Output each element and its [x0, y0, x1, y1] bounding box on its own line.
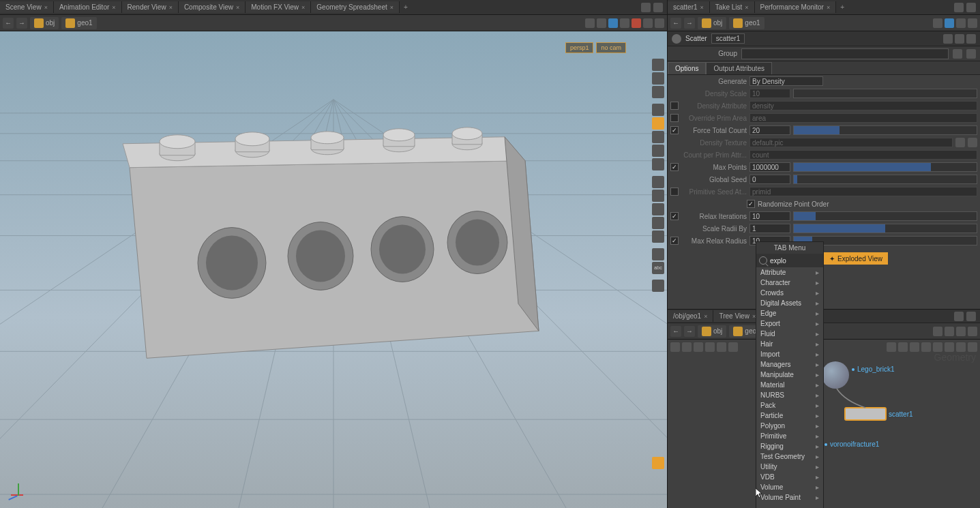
layout-icon[interactable]	[717, 342, 726, 352]
link-icon[interactable]	[933, 342, 942, 352]
plus-icon[interactable]	[887, 342, 896, 352]
fit-icon[interactable]	[968, 342, 977, 352]
drop-icon[interactable]	[921, 342, 931, 352]
tab-menu-item[interactable]: NURBS▸	[756, 390, 823, 400]
pin-icon[interactable]	[933, 18, 942, 28]
cog-icon[interactable]	[652, 280, 664, 292]
menu-icon[interactable]	[966, 312, 976, 321]
close-icon[interactable]: ×	[44, 4, 48, 11]
force-total-input[interactable]: 20	[749, 125, 790, 135]
split-icon[interactable]	[954, 3, 964, 12]
tab-performance-monitor[interactable]: Performance Monitor×	[755, 1, 837, 13]
tab-menu-search[interactable]: explo	[756, 254, 823, 267]
tab-menu-item[interactable]: Character▸	[756, 278, 823, 288]
back-icon[interactable]: ←	[3, 18, 14, 29]
camera-badge[interactable]: persp1	[565, 42, 594, 53]
light-icon[interactable]	[652, 72, 664, 85]
dropdown-icon[interactable]	[655, 18, 664, 28]
add-tab-icon[interactable]: +	[400, 1, 412, 13]
nocam-badge[interactable]: no cam	[596, 42, 626, 53]
grid-icon[interactable]	[652, 248, 664, 260]
override-prim-checkbox[interactable]	[670, 114, 679, 122]
record-icon[interactable]	[632, 18, 641, 28]
randomize-checkbox[interactable]	[747, 200, 755, 208]
path-node[interactable]: geo1	[729, 17, 764, 29]
split-icon[interactable]	[641, 3, 651, 12]
forward-icon[interactable]: →	[16, 18, 27, 29]
material-icon[interactable]	[652, 158, 664, 170]
tab-menu-item[interactable]: Digital Assets▸	[756, 298, 823, 308]
pin-icon[interactable]	[597, 18, 606, 28]
tab-menu-item[interactable]: Particle▸	[756, 410, 823, 421]
node-voronoi[interactable]: voronoifracture1	[825, 440, 879, 448]
more-icon[interactable]	[643, 18, 653, 28]
tab-menu-item[interactable]: VDB▸	[756, 472, 823, 482]
menu-icon[interactable]	[653, 3, 663, 12]
generate-dropdown[interactable]: By Density	[749, 76, 823, 86]
minus-icon[interactable]	[898, 342, 908, 352]
list-icon[interactable]	[670, 342, 680, 352]
path-root[interactable]: obj	[698, 325, 726, 338]
prim-seed-checkbox[interactable]	[670, 188, 679, 196]
pin2-icon[interactable]	[966, 34, 976, 44]
param-tab-options[interactable]: Options	[668, 62, 706, 74]
close-icon[interactable]: ×	[827, 4, 830, 11]
tab-scene-view[interactable]: Scene View×	[0, 1, 54, 13]
snap-icon[interactable]	[652, 176, 664, 188]
density-attr-checkbox[interactable]	[670, 102, 679, 110]
tab-menu-item[interactable]: Rigging▸	[756, 441, 823, 451]
gear-icon[interactable]	[943, 34, 953, 44]
back-icon[interactable]: ←	[670, 18, 681, 29]
move-icon[interactable]	[652, 203, 664, 215]
tab-animation-editor[interactable]: Animation Editor×	[54, 1, 122, 13]
flag-icon[interactable]	[585, 18, 595, 28]
tab-geometry-spreadsheet[interactable]: Geometry Spreadsheet×	[311, 1, 400, 13]
close-icon[interactable]: ×	[390, 4, 394, 11]
max-points-slider[interactable]	[793, 162, 977, 172]
abc-icon[interactable]: abc	[652, 262, 664, 274]
help-icon[interactable]	[956, 18, 966, 28]
path-root[interactable]: obj	[698, 17, 726, 29]
wireframe-icon[interactable]	[652, 104, 664, 116]
camera-icon[interactable]	[652, 59, 664, 71]
tab-menu-item[interactable]: Manipulate▸	[756, 370, 823, 380]
tab-menu-item[interactable]: Edge▸	[756, 308, 823, 318]
viewport-3d[interactable]: persp1 no cam abc	[0, 31, 667, 508]
param-tab-output[interactable]: Output Attributes	[706, 62, 772, 74]
net-tab-tree[interactable]: Tree View×	[713, 310, 762, 322]
layout2-icon[interactable]	[728, 342, 738, 352]
relax-iter-checkbox[interactable]	[670, 212, 679, 220]
close-icon[interactable]: ×	[745, 4, 748, 11]
close-icon[interactable]: ×	[112, 4, 115, 11]
eye-icon[interactable]	[652, 86, 664, 98]
dropdown-icon[interactable]	[968, 327, 977, 336]
grid-icon[interactable]	[694, 342, 703, 352]
shaded-icon[interactable]	[652, 117, 664, 130]
add-tab-icon[interactable]: +	[836, 1, 848, 13]
grid2-icon[interactable]	[705, 342, 715, 352]
net-tab-path[interactable]: /obj/geo1×	[668, 310, 713, 322]
tab-take-list[interactable]: Take List×	[710, 1, 755, 13]
info-icon[interactable]	[945, 18, 954, 28]
close-icon[interactable]: ×	[301, 4, 305, 11]
tab-menu-item[interactable]: Material▸	[756, 380, 823, 390]
node-lego[interactable]: Lego_brick1	[852, 365, 894, 373]
max-relax-checkbox[interactable]	[670, 237, 679, 245]
tab-menu-item[interactable]: Import▸	[756, 349, 823, 359]
ghost-icon[interactable]	[652, 131, 664, 143]
max-points-input[interactable]: 1000000	[749, 162, 790, 172]
scale-icon[interactable]	[652, 230, 664, 243]
help2-icon[interactable]	[955, 34, 964, 44]
node-scatter[interactable]: scatter1	[845, 408, 913, 420]
menu-icon[interactable]	[966, 3, 976, 12]
globe-icon[interactable]	[620, 18, 629, 28]
list2-icon[interactable]	[682, 342, 692, 352]
tab-menu-item[interactable]: Polygon▸	[756, 421, 823, 431]
tab-motionfx-view[interactable]: Motion FX View×	[246, 1, 311, 13]
close-icon[interactable]: ×	[236, 4, 239, 11]
group-arrow-icon[interactable]	[966, 49, 976, 59]
global-seed-input[interactable]: 0	[749, 175, 790, 184]
file-browse-icon[interactable]	[955, 138, 965, 147]
tab-menu-item[interactable]: Test Geometry▸	[756, 451, 823, 462]
close-icon[interactable]: ×	[700, 4, 704, 11]
